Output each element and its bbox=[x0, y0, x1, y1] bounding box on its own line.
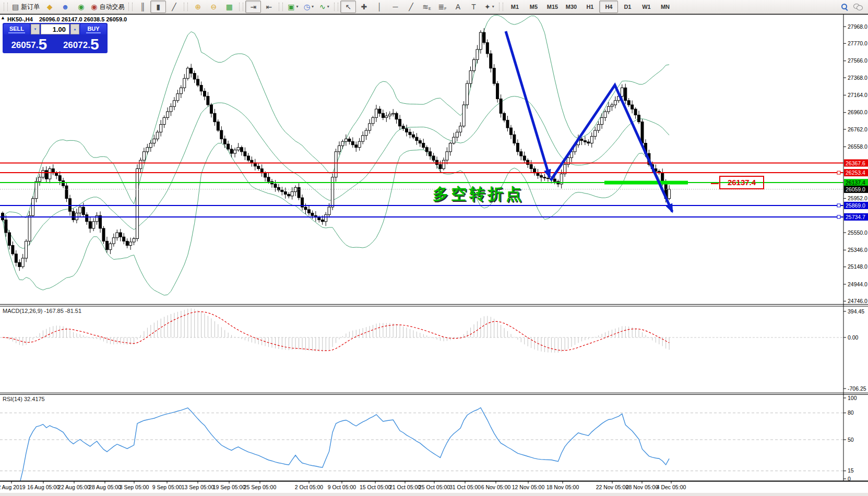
line-handle[interactable] bbox=[837, 171, 840, 174]
candle bbox=[136, 169, 139, 239]
time-axis: 2 Aug 201916 Aug 05:0022 Aug 05:0028 Aug… bbox=[0, 483, 868, 493]
candle bbox=[72, 211, 75, 220]
candle bbox=[89, 222, 91, 228]
candle bbox=[335, 152, 337, 177]
candle bbox=[163, 118, 165, 125]
candle bbox=[294, 187, 297, 191]
volume-increase-button[interactable]: ▴ bbox=[70, 24, 79, 34]
time-label: 28 Nov 05:00 bbox=[626, 484, 658, 490]
candle bbox=[597, 125, 600, 130]
price-tick-label: 24944.0 bbox=[848, 281, 867, 287]
sell-price-main: 26057. bbox=[11, 39, 38, 52]
candle bbox=[388, 114, 391, 116]
candle bbox=[149, 143, 152, 148]
macd-value: -167.85 bbox=[44, 308, 63, 314]
buy-button[interactable]: BUY bbox=[80, 24, 106, 34]
candle bbox=[321, 220, 324, 222]
candle bbox=[291, 192, 293, 196]
candle bbox=[45, 171, 47, 179]
price-level-box: 26137.4 bbox=[719, 176, 764, 189]
sell-button[interactable]: SELL bbox=[4, 24, 30, 34]
candle bbox=[490, 54, 492, 68]
line-handle[interactable] bbox=[837, 215, 840, 219]
candle bbox=[180, 88, 182, 93]
candle bbox=[436, 160, 438, 164]
chart-area[interactable]: 27968.027770.027566.027368.027164.026960… bbox=[0, 0, 868, 496]
buy-price-main: 26072. bbox=[63, 39, 90, 52]
price-level-label: 26059.0 bbox=[846, 186, 865, 192]
candle bbox=[483, 32, 485, 43]
candle bbox=[311, 213, 314, 216]
buy-price-pip: 5 bbox=[90, 37, 99, 52]
candle bbox=[308, 210, 311, 213]
candle bbox=[611, 105, 613, 106]
candle bbox=[176, 94, 179, 101]
time-label: 18 Nov 05:00 bbox=[546, 484, 579, 490]
chart-title: HK50-,H4 26096.0 26147.0 26038.5 26059.0 bbox=[7, 16, 127, 22]
rsi-axis-label: 50 bbox=[848, 437, 854, 443]
candle bbox=[62, 180, 65, 186]
candle bbox=[365, 130, 367, 136]
candle bbox=[49, 169, 51, 179]
candle bbox=[79, 207, 81, 213]
time-label: 4 Dec 05:00 bbox=[657, 484, 686, 490]
buy-button-label: BUY bbox=[86, 26, 100, 33]
candle bbox=[446, 152, 448, 160]
price-tick-label: 24746.0 bbox=[848, 298, 867, 304]
time-label: 31 Oct 05:00 bbox=[449, 484, 481, 490]
candle bbox=[331, 177, 334, 207]
sell-price[interactable]: 26057.5 bbox=[4, 35, 55, 52]
candle bbox=[399, 119, 401, 126]
rsi-axis-label: 100 bbox=[848, 395, 857, 401]
trend-arrow[interactable] bbox=[506, 31, 550, 177]
candle bbox=[584, 141, 586, 142]
candle bbox=[240, 148, 243, 152]
candle bbox=[200, 85, 203, 91]
candle bbox=[425, 148, 428, 152]
mt4-window: ▤ 新订单 ◆ ☻ ◉ ◉ 自动交易 ║ ▮ ╱ ⊕ ⊖ bbox=[0, 0, 868, 496]
candle bbox=[99, 215, 102, 228]
rsi-name: RSI(14) bbox=[3, 396, 22, 402]
candle bbox=[42, 171, 44, 177]
candle bbox=[392, 113, 395, 114]
candle bbox=[641, 122, 644, 143]
volume-decrease-button[interactable]: ▾ bbox=[31, 24, 40, 34]
time-label: 3 Sep 05:00 bbox=[120, 484, 149, 490]
candle bbox=[624, 88, 627, 101]
candle bbox=[274, 184, 277, 188]
buy-price[interactable]: 26072.5 bbox=[56, 35, 107, 52]
price-tick-label: 27566.0 bbox=[848, 57, 867, 64]
rsi-label: RSI(14) 32.4175 bbox=[3, 396, 45, 402]
price-axis: 27968.027770.027566.027368.027164.026960… bbox=[843, 23, 868, 482]
candle bbox=[264, 173, 267, 177]
candle bbox=[247, 156, 249, 160]
green-highlight-segment[interactable] bbox=[604, 181, 688, 185]
candle bbox=[520, 152, 522, 156]
candle bbox=[190, 68, 193, 74]
candle bbox=[277, 187, 280, 190]
candle bbox=[197, 79, 199, 85]
object-arrow-icon: ▲ bbox=[1, 15, 5, 20]
volume-input[interactable] bbox=[41, 24, 69, 34]
candle bbox=[153, 139, 156, 143]
trend-arrow[interactable] bbox=[551, 85, 672, 212]
time-label: 2 Aug 2019 bbox=[0, 484, 26, 490]
candle bbox=[553, 179, 556, 182]
candle bbox=[284, 192, 287, 195]
price-tick-label: 25148.0 bbox=[848, 263, 867, 270]
candle bbox=[267, 177, 270, 182]
candle bbox=[257, 166, 260, 169]
price-tick-label: 25550.0 bbox=[848, 229, 867, 236]
time-label: 22 Nov 05:00 bbox=[596, 484, 628, 490]
candle bbox=[288, 195, 290, 196]
price-tick-label: 27968.0 bbox=[848, 23, 867, 30]
candle bbox=[382, 113, 384, 117]
candle bbox=[456, 132, 458, 137]
time-label: 13 Sep 05:00 bbox=[182, 484, 214, 490]
candle bbox=[65, 186, 68, 199]
line-handle[interactable] bbox=[837, 204, 840, 207]
price-tick-label: 25952.0 bbox=[848, 195, 867, 201]
candle bbox=[368, 124, 371, 130]
price-tick-label: 27770.0 bbox=[848, 40, 867, 46]
candle bbox=[55, 173, 58, 176]
